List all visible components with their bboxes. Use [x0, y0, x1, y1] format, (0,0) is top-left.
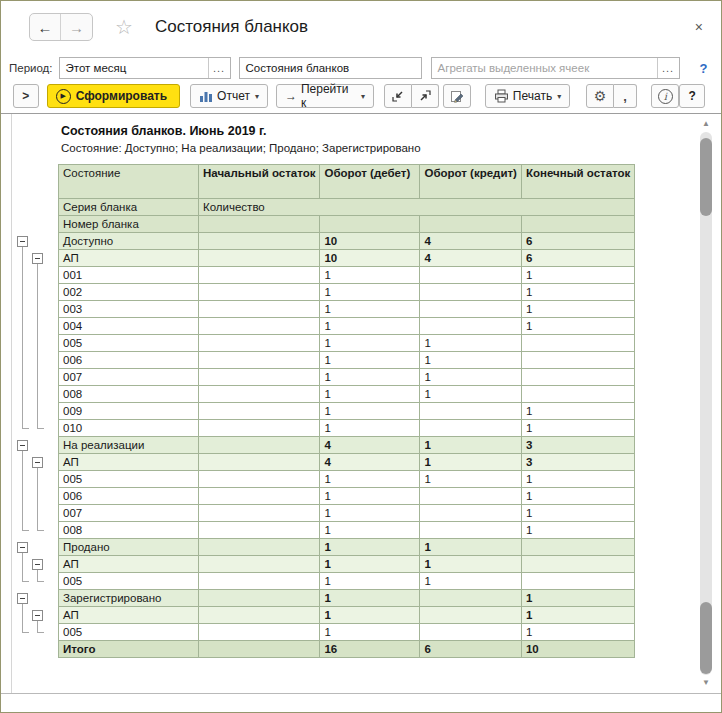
cell-value[interactable]: [420, 590, 522, 607]
cell-state[interactable]: 003: [59, 301, 199, 318]
collapse-groups-button[interactable]: [384, 84, 412, 108]
collapse-toggle[interactable]: [17, 542, 28, 553]
cell-value[interactable]: [199, 369, 320, 386]
cell-value[interactable]: [199, 471, 320, 488]
cell-value[interactable]: 1: [320, 539, 420, 556]
cell-state[interactable]: АП: [59, 250, 199, 267]
empty-subheader-cell[interactable]: [521, 216, 634, 233]
cell-value[interactable]: [420, 267, 522, 284]
collapse-toggle[interactable]: [32, 559, 43, 570]
cell-value[interactable]: 1: [320, 488, 420, 505]
cell-value[interactable]: 10: [521, 641, 634, 658]
cell-value[interactable]: 1: [320, 369, 420, 386]
cell-state[interactable]: Доступно: [59, 233, 199, 250]
back-button[interactable]: ←: [30, 14, 61, 40]
cell-value[interactable]: 1: [521, 420, 634, 437]
cell-value[interactable]: [199, 437, 320, 454]
cell-value[interactable]: 1: [320, 624, 420, 641]
cell-value[interactable]: 1: [320, 403, 420, 420]
cell-value[interactable]: [420, 488, 522, 505]
cell-value[interactable]: [199, 284, 320, 301]
goto-button[interactable]: → Перейти к ▾: [276, 84, 374, 108]
cell-value[interactable]: 4: [420, 233, 522, 250]
cell-value[interactable]: 1: [521, 505, 634, 522]
cell-value[interactable]: [199, 522, 320, 539]
report-menu-button[interactable]: Отчет ▾: [190, 84, 268, 108]
cell-value[interactable]: [420, 403, 522, 420]
cell-value[interactable]: [199, 454, 320, 471]
scroll-down-icon[interactable]: ▼: [699, 677, 713, 689]
cell-value[interactable]: [420, 624, 522, 641]
report-name-field[interactable]: Состояния бланков: [239, 57, 422, 79]
aggregates-help-link[interactable]: ?: [700, 61, 708, 76]
cell-value[interactable]: 1: [320, 301, 420, 318]
cell-value[interactable]: [199, 641, 320, 658]
cell-state[interactable]: 005: [59, 624, 199, 641]
column-header[interactable]: Конечный остаток: [521, 165, 634, 199]
cell-value[interactable]: [199, 556, 320, 573]
cell-value[interactable]: 1: [420, 369, 522, 386]
cell-value[interactable]: 1: [320, 420, 420, 437]
cell-value[interactable]: 1: [320, 284, 420, 301]
favorite-star-icon[interactable]: ☆: [115, 15, 133, 39]
aggregates-ellipsis-button[interactable]: ...: [657, 58, 679, 78]
cell-value[interactable]: 16: [320, 641, 420, 658]
info-button[interactable]: i: [651, 84, 679, 108]
cell-value[interactable]: 6: [521, 233, 634, 250]
cell-value[interactable]: 1: [521, 522, 634, 539]
cell-value[interactable]: 1: [320, 522, 420, 539]
cell-value[interactable]: [521, 352, 634, 369]
cell-value[interactable]: [199, 335, 320, 352]
expand-groups-button[interactable]: [412, 84, 440, 108]
cell-value[interactable]: [521, 386, 634, 403]
cell-value[interactable]: 6: [420, 641, 522, 658]
cell-state[interactable]: 007: [59, 369, 199, 386]
cell-state[interactable]: На реализации: [59, 437, 199, 454]
cell-value[interactable]: [521, 335, 634, 352]
forward-button[interactable]: →: [61, 14, 92, 40]
cell-value[interactable]: 1: [521, 590, 634, 607]
cell-value[interactable]: 1: [420, 454, 522, 471]
panel-toggle-button[interactable]: >: [13, 84, 39, 108]
scroll-up-icon[interactable]: ▲: [699, 118, 713, 130]
cell-state[interactable]: АП: [59, 607, 199, 624]
cell-value[interactable]: [199, 250, 320, 267]
collapse-toggle[interactable]: [32, 457, 43, 468]
cell-value[interactable]: 1: [420, 335, 522, 352]
series-subheader[interactable]: Серия бланка: [59, 199, 199, 216]
cell-state[interactable]: 006: [59, 352, 199, 369]
collapse-toggle[interactable]: [17, 236, 28, 247]
cell-value[interactable]: [199, 420, 320, 437]
cell-value[interactable]: 1: [320, 318, 420, 335]
settings-variant-button[interactable]: ,: [614, 84, 638, 108]
cell-value[interactable]: 1: [320, 267, 420, 284]
cell-value[interactable]: 1: [420, 539, 522, 556]
cell-value[interactable]: 1: [521, 403, 634, 420]
cell-value[interactable]: 1: [320, 335, 420, 352]
empty-subheader-cell[interactable]: [320, 216, 420, 233]
cell-state[interactable]: 008: [59, 522, 199, 539]
collapse-toggle[interactable]: [17, 440, 28, 451]
cell-value[interactable]: 1: [320, 573, 420, 590]
cell-value[interactable]: 1: [521, 607, 634, 624]
cell-state[interactable]: 005: [59, 573, 199, 590]
cell-state[interactable]: АП: [59, 556, 199, 573]
column-header[interactable]: Состояние: [59, 165, 199, 199]
cell-value[interactable]: [199, 624, 320, 641]
cell-value[interactable]: [199, 233, 320, 250]
cell-value[interactable]: [199, 318, 320, 335]
cell-value[interactable]: [420, 522, 522, 539]
collapse-toggle[interactable]: [17, 593, 28, 604]
cell-value[interactable]: 1: [521, 267, 634, 284]
empty-subheader-cell[interactable]: [199, 216, 320, 233]
collapse-toggle[interactable]: [32, 253, 43, 264]
period-field[interactable]: Этот месяц ...: [59, 57, 231, 79]
edit-button[interactable]: [443, 84, 471, 108]
cell-value[interactable]: 1: [521, 301, 634, 318]
cell-state[interactable]: 004: [59, 318, 199, 335]
print-button[interactable]: Печать ▾: [485, 84, 570, 108]
collapse-toggle[interactable]: [32, 610, 43, 621]
cell-state[interactable]: 005: [59, 335, 199, 352]
cell-value[interactable]: 1: [521, 471, 634, 488]
column-header[interactable]: Оборот (дебет): [320, 165, 420, 199]
